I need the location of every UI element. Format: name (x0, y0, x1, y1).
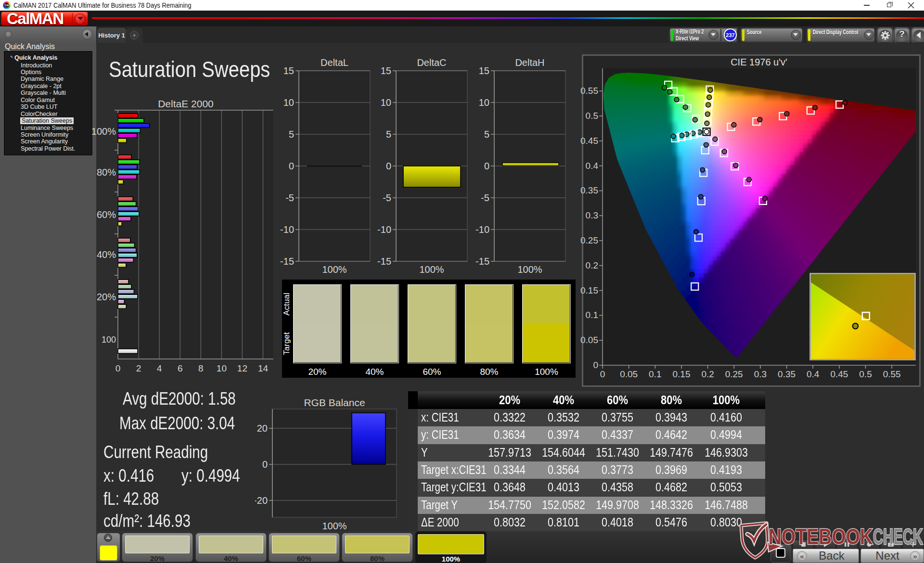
svg-text:0.1: 0.1 (586, 310, 598, 320)
svg-text:0.05: 0.05 (620, 369, 638, 379)
svg-text:-5: -5 (285, 192, 294, 203)
svg-text:15: 15 (381, 65, 391, 76)
svg-text:5: 5 (484, 129, 489, 140)
svg-text:40%: 40% (97, 249, 116, 260)
svg-text:100: 100 (102, 335, 116, 345)
svg-text:0.25: 0.25 (580, 235, 598, 245)
svg-text:0: 0 (116, 363, 121, 373)
svg-text:-5: -5 (481, 192, 489, 203)
svg-text:0: 0 (386, 161, 391, 171)
svg-text:RGB Balance: RGB Balance (304, 397, 365, 408)
svg-text:NOTEBOOK: NOTEBOOK (769, 524, 873, 549)
svg-text:100%: 100% (322, 264, 346, 274)
svg-text:10: 10 (217, 363, 227, 373)
svg-text:2: 2 (136, 363, 141, 373)
svg-text:-20: -20 (255, 495, 268, 506)
svg-text:0.25: 0.25 (725, 369, 743, 379)
svg-text:0.55: 0.55 (883, 369, 901, 379)
svg-text:DeltaE 2000: DeltaE 2000 (158, 98, 214, 109)
svg-text:15: 15 (479, 65, 489, 76)
svg-text:-10: -10 (280, 224, 294, 235)
svg-text:100%: 100% (322, 521, 346, 531)
svg-text:100%: 100% (91, 126, 116, 137)
svg-text:0.45: 0.45 (580, 136, 598, 146)
svg-text:DeltaL: DeltaL (321, 57, 348, 68)
svg-text:0: 0 (593, 360, 598, 370)
svg-text:CIE 1976 u'v': CIE 1976 u'v' (731, 57, 787, 67)
svg-text:0: 0 (289, 161, 294, 171)
svg-text:0.55: 0.55 (580, 86, 598, 96)
svg-text:-15: -15 (377, 256, 391, 267)
svg-text:6: 6 (178, 363, 183, 373)
svg-text:0.3: 0.3 (586, 210, 598, 220)
svg-text:0.1: 0.1 (649, 369, 661, 379)
svg-text:8: 8 (198, 363, 204, 373)
svg-text:-15: -15 (280, 256, 294, 267)
svg-text:0.2: 0.2 (701, 369, 714, 379)
svg-text:0.4: 0.4 (807, 369, 820, 379)
svg-text:-10: -10 (377, 224, 391, 235)
svg-text:60%: 60% (97, 209, 116, 220)
svg-text:15: 15 (283, 65, 294, 76)
svg-text:0.5: 0.5 (859, 369, 872, 379)
svg-text:10: 10 (283, 97, 294, 108)
svg-text:DeltaH: DeltaH (515, 57, 544, 68)
svg-text:0.3: 0.3 (754, 369, 767, 379)
svg-text:12: 12 (237, 363, 247, 373)
svg-text:0.2: 0.2 (586, 260, 598, 270)
svg-text:100%: 100% (517, 264, 542, 274)
svg-text:4: 4 (157, 363, 162, 373)
svg-text:0.4: 0.4 (586, 161, 599, 171)
svg-text:5: 5 (289, 129, 294, 140)
svg-text:80%: 80% (97, 167, 116, 178)
svg-text:0.35: 0.35 (580, 185, 598, 195)
svg-text:-10: -10 (475, 224, 489, 235)
svg-text:20%: 20% (97, 292, 116, 302)
svg-text:0.35: 0.35 (778, 369, 796, 379)
svg-text:0.05: 0.05 (580, 335, 598, 345)
svg-text:10: 10 (381, 97, 391, 108)
svg-text:CHECK: CHECK (873, 524, 923, 549)
svg-text:0: 0 (262, 459, 268, 470)
svg-text:20: 20 (257, 423, 268, 434)
svg-text:0: 0 (484, 161, 489, 171)
svg-text:0.5: 0.5 (586, 111, 598, 121)
svg-text:5: 5 (386, 129, 391, 140)
svg-text:10: 10 (479, 97, 489, 108)
svg-text:0.15: 0.15 (673, 369, 691, 379)
svg-text:-15: -15 (475, 256, 489, 267)
svg-text:100%: 100% (419, 264, 444, 274)
svg-text:14: 14 (258, 363, 269, 373)
svg-text:0: 0 (600, 369, 605, 379)
svg-text:DeltaC: DeltaC (417, 57, 446, 68)
svg-text:0.15: 0.15 (580, 285, 598, 295)
svg-text:-5: -5 (383, 192, 391, 203)
svg-text:0.45: 0.45 (830, 369, 848, 379)
